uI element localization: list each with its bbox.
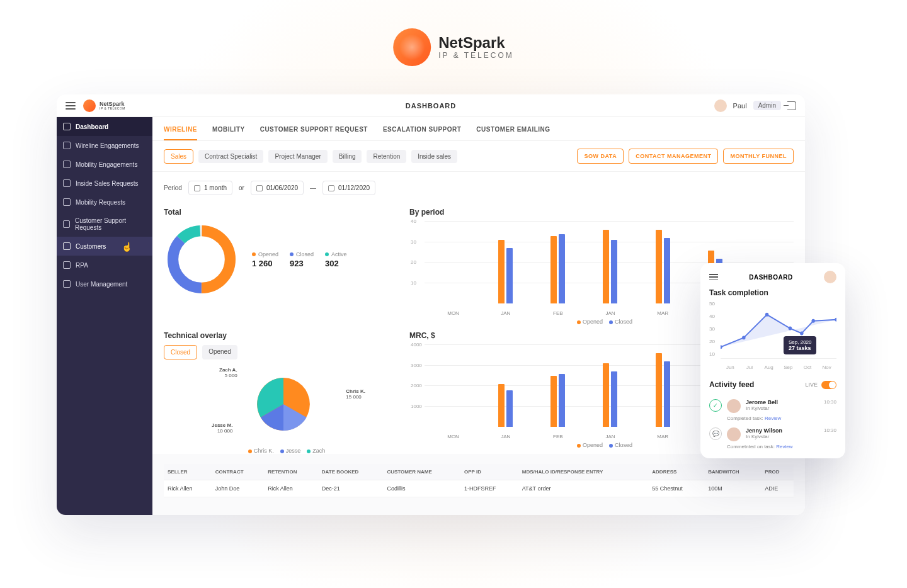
sidebar-item-dashboard[interactable]: Dashboard [57, 117, 152, 136]
table-header[interactable]: BANDWITCH [704, 464, 761, 480]
donut-chart [164, 222, 239, 297]
comment-icon: 💬 [709, 427, 722, 440]
brand-mark [393, 28, 431, 66]
svg-point-11 [835, 318, 836, 322]
svg-point-6 [742, 336, 746, 339]
pie-label-chris: Chris K.15 000 [346, 388, 365, 400]
sidebar-item-mobility-requests[interactable]: Mobility Requests [57, 193, 152, 212]
note-icon [63, 220, 70, 228]
period-label: Period [164, 184, 182, 191]
sidebar-item-customer-support[interactable]: Customer Support Requests [57, 212, 152, 237]
table-icon [63, 198, 71, 206]
dollar-icon [63, 179, 71, 187]
mobile-avatar[interactable] [824, 271, 836, 283]
svg-point-9 [800, 331, 804, 335]
date-to[interactable]: 01/12/2020 [322, 181, 375, 195]
table-header[interactable]: MDS/HALO ID/RESPONSE ENTRY [518, 464, 649, 480]
sidebar-item-customers[interactable]: Customers☝ [57, 237, 152, 256]
live-toggle[interactable]: LIVE [805, 381, 836, 389]
sidebar-item-wireline-engagements[interactable]: Wireline Engagements [57, 136, 152, 155]
calendar-icon [328, 185, 334, 191]
table-header[interactable]: OPP ID [460, 464, 518, 480]
table-icon [63, 161, 71, 168]
overlay-chip-opened[interactable]: Opened [202, 345, 237, 359]
chip-sales[interactable]: Sales [164, 149, 193, 164]
sidebar-item-user-management[interactable]: User Management [57, 274, 152, 293]
feed-link[interactable]: Review [776, 444, 792, 449]
table-header[interactable]: PROD [761, 464, 794, 480]
tab-emailing[interactable]: CUSTOMER EMAILING [476, 126, 550, 140]
logout-icon[interactable] [787, 101, 796, 110]
activity-feed-title: Activity feed [709, 380, 754, 389]
table-row[interactable]: Rick AllenJohn DoeRick AllenDec-21Codill… [164, 480, 794, 497]
mobile-title: DASHBOARD [749, 274, 793, 281]
cursor-hand-icon: ☝ [122, 242, 132, 252]
table-header[interactable]: ADDRESS [648, 464, 704, 480]
byperiod-title: By period [409, 208, 794, 217]
sidebar-item-inside-sales[interactable]: Inside Sales Requests [57, 174, 152, 193]
mobile-menu-icon[interactable] [709, 274, 718, 280]
role-badge: Admin [753, 101, 781, 110]
chip-pm[interactable]: Project Manager [268, 150, 327, 163]
app-window: NetSparkIP & TELECOM DASHBOARD Paul Admi… [57, 94, 805, 515]
feed-item[interactable]: ✓ Jerome BellIn Kyivstar 10:30 [709, 399, 836, 413]
chip-retention[interactable]: Retention [367, 150, 406, 163]
folder-icon [63, 261, 71, 269]
period-row: Period 1 month or 01/06/2020 — 01/12/202… [152, 172, 805, 204]
donut-title: Total [164, 208, 403, 217]
menu-icon[interactable] [66, 102, 76, 110]
avatar[interactable] [714, 99, 727, 112]
data-table: SELLERCONTRACTRETENTIONDATE BOOKEDCUSTOM… [164, 464, 794, 497]
pie-chart [249, 370, 318, 439]
chip-contract[interactable]: Contract Specialist [198, 150, 263, 163]
people-icon [63, 242, 71, 250]
svg-point-7 [765, 313, 769, 317]
feed-avatar [727, 399, 741, 413]
table-header[interactable]: DATE BOOKED [318, 464, 384, 480]
tab-wireline[interactable]: WIRELINE [164, 126, 197, 140]
feed-item[interactable]: 💬 Jenny WilsonIn Kyivstar 10:30 [709, 427, 836, 441]
sow-data-button[interactable]: SOW DATA [577, 149, 624, 164]
check-icon: ✓ [709, 399, 722, 412]
monthly-funnel-button[interactable]: MONTHLY FUNNEL [723, 149, 794, 164]
period-preset[interactable]: 1 month [188, 181, 232, 195]
svg-point-5 [721, 345, 722, 349]
subtabs-row: Sales Contract Specialist Project Manage… [152, 141, 805, 172]
overlay-title: Technical overlay [164, 331, 403, 340]
toggle-on-icon[interactable] [821, 381, 836, 389]
tab-mobility[interactable]: MOBILITY [212, 126, 245, 140]
calendar-icon [256, 185, 263, 191]
tabs: WIRELINE MOBILITY CUSTOMER SUPPORT REQUE… [152, 117, 805, 141]
chip-billing[interactable]: Billing [333, 150, 362, 163]
user-plus-icon [63, 280, 71, 288]
tab-customer-support[interactable]: CUSTOMER SUPPORT REQUEST [260, 126, 368, 140]
tab-escalation[interactable]: ESCALATION SUPPORT [383, 126, 461, 140]
donut-legend: Opened1 260 Closed923 Active302 [252, 251, 347, 268]
overlay-chip-closed[interactable]: Closed [164, 345, 197, 359]
svg-point-10 [811, 319, 815, 323]
date-from[interactable]: 01/06/2020 [251, 181, 304, 195]
contact-mgmt-button[interactable]: CONTACT MANAGEMENT [629, 149, 718, 164]
topbar: NetSparkIP & TELECOM DASHBOARD Paul Admi… [57, 94, 805, 117]
table-header[interactable]: CUSTOMER NAME [383, 464, 460, 480]
user-name: Paul [733, 102, 747, 110]
pie-label-zach: Zach A.5 000 [219, 367, 237, 378]
feed-avatar [727, 427, 741, 441]
table-header[interactable]: RETENTION [264, 464, 318, 480]
grid-icon [63, 123, 71, 130]
task-completion-title: Task completion [709, 288, 836, 297]
svg-point-8 [789, 327, 792, 331]
sidebar: Dashboard Wireline Engagements Mobility … [57, 117, 152, 515]
page-title: DASHBOARD [406, 102, 457, 110]
sidebar-item-rpa[interactable]: RPA [57, 256, 152, 274]
table-header[interactable]: CONTRACT [212, 464, 265, 480]
feed-link[interactable]: Review [765, 416, 781, 421]
brand-name: NetSpark [438, 35, 514, 51]
chart-tooltip: Sep, 2020 27 tasks [784, 336, 816, 354]
table-header[interactable]: SELLER [164, 464, 212, 480]
pie-label-jesse: Jesse M.10 000 [212, 422, 232, 434]
sidebar-item-mobility-engagements[interactable]: Mobility Engagements [57, 155, 152, 174]
task-completion-chart: 50 40 30 20 10 Sep, 2020 27 tasks JunJul… [709, 301, 836, 370]
feed-subtext: Completed task: Review [727, 416, 836, 421]
chip-inside-sales[interactable]: Inside sales [411, 150, 457, 163]
